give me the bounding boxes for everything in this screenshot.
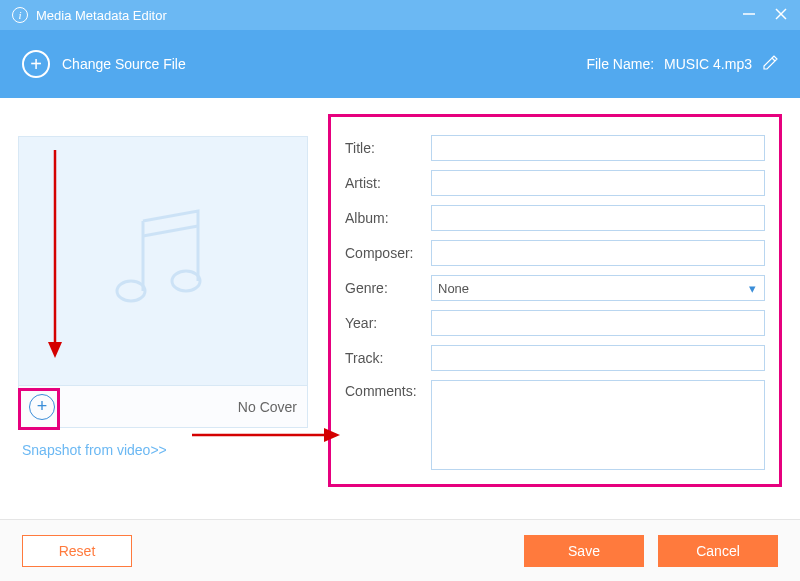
edit-filename-button[interactable] [762,55,778,74]
metadata-form: Title: Artist: Album: Composer: Genre: N… [328,114,782,487]
change-source-label: Change Source File [62,56,186,72]
track-label: Track: [345,350,425,366]
year-input[interactable] [431,310,765,336]
genre-label: Genre: [345,280,425,296]
plus-icon: + [22,50,50,78]
comments-label: Comments: [345,380,425,399]
genre-value: None [438,281,469,296]
year-label: Year: [345,315,425,331]
snapshot-from-video-link[interactable]: Snapshot from video>> [18,442,308,458]
cover-art-preview [18,136,308,386]
footer: Reset Save Cancel [0,519,800,581]
filename-display: File Name: MUSIC 4.mp3 [586,55,778,74]
composer-label: Composer: [345,245,425,261]
cancel-button[interactable]: Cancel [658,535,778,567]
save-button[interactable]: Save [524,535,644,567]
add-cover-button[interactable]: + [29,394,55,420]
track-input[interactable] [431,345,765,371]
titlebar: i Media Metadata Editor [0,0,800,30]
svg-point-4 [172,271,200,291]
comments-textarea[interactable] [431,380,765,470]
title-input[interactable] [431,135,765,161]
reset-button[interactable]: Reset [22,535,132,567]
close-button[interactable] [774,7,788,24]
composer-input[interactable] [431,240,765,266]
filename-label: File Name: [586,56,654,72]
album-label: Album: [345,210,425,226]
svg-point-3 [117,281,145,301]
artist-input[interactable] [431,170,765,196]
window-title: Media Metadata Editor [36,8,167,23]
filename-value: MUSIC 4.mp3 [664,56,752,72]
album-input[interactable] [431,205,765,231]
chevron-down-icon: ▾ [749,281,756,296]
change-source-button[interactable]: + Change Source File [22,50,186,78]
music-note-icon [103,201,223,321]
artist-label: Artist: [345,175,425,191]
toolbar: + Change Source File File Name: MUSIC 4.… [0,30,800,98]
minimize-button[interactable] [742,7,756,24]
info-icon: i [12,7,28,23]
no-cover-label: No Cover [238,399,297,415]
title-label: Title: [345,140,425,156]
genre-select[interactable]: None ▾ [431,275,765,301]
